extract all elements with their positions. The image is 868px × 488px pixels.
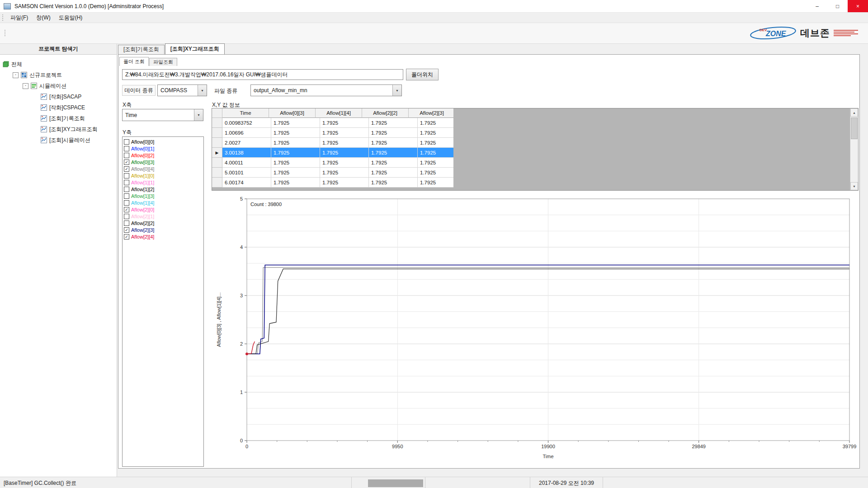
y-series-item[interactable]: ✓Aflow[2][0] (124, 206, 203, 213)
y-series-item[interactable]: Aflow[1][4] (124, 199, 203, 206)
tab-xy-graph-view[interactable]: [조회]XY그래프조회 (165, 43, 225, 54)
checkbox-unchecked[interactable] (124, 187, 129, 192)
table-row[interactable]: 0.009837521.79251.79251.79251.7925 (212, 118, 453, 128)
collapse-icon[interactable]: - (13, 72, 19, 78)
checkbox-unchecked[interactable] (124, 139, 129, 145)
y-series-item[interactable]: Aflow[1][2] (124, 186, 203, 192)
checkbox-unchecked[interactable] (124, 200, 129, 206)
row-selector[interactable] (212, 118, 222, 128)
checkbox-unchecked[interactable] (124, 221, 129, 226)
close-button[interactable]: × (848, 0, 868, 12)
table-cell: 6.00174 (222, 178, 271, 188)
row-selector[interactable] (212, 168, 222, 178)
tab-record-view[interactable]: [조회]기록조회 (118, 45, 165, 54)
y-series-item[interactable]: Aflow[0][1] (124, 145, 203, 152)
table-cell: 1.7925 (369, 178, 418, 188)
xy-grid-table: TimeAflow[0][3]Aflow[1][4]Aflow[2][2]Afl… (212, 108, 453, 190)
data-type-select[interactable]: COMPASS ▼ (157, 84, 207, 96)
svg-text:9950: 9950 (392, 444, 403, 449)
y-axis-label: Y축 (123, 129, 132, 136)
checkbox-checked[interactable]: ✓ (124, 207, 129, 212)
x-axis-select[interactable]: Time ▼ (122, 109, 203, 121)
file-type-select[interactable]: output_Aflow_min_mn ▼ (250, 84, 402, 96)
menu-file[interactable]: 파일(F) (6, 13, 32, 23)
checkbox-unchecked[interactable] (124, 214, 129, 219)
y-series-item[interactable]: ✓Aflow[2][4] (124, 233, 203, 240)
tree-item[interactable]: 전체 (0, 59, 117, 70)
row-selector[interactable] (212, 128, 222, 138)
table-row[interactable]: 4.000111.79251.79251.79251.7925 (212, 158, 453, 168)
table-cell: 1.7925 (320, 168, 369, 178)
minimize-button[interactable]: – (807, 0, 827, 12)
subtab-file-view[interactable]: 파일조회 (149, 58, 177, 66)
y-series-item[interactable]: Aflow[0][2] (124, 152, 203, 159)
checkbox-checked[interactable]: ✓ (124, 166, 129, 172)
checkbox-unchecked[interactable] (124, 153, 129, 158)
tree-item-label: 전체 (11, 61, 22, 68)
tree-item[interactable]: [조회]시뮬레이션 (0, 135, 117, 145)
grid-empty-area (453, 108, 850, 190)
x-axis-value: Time (123, 112, 194, 118)
y-series-item[interactable]: ✓Aflow[0][3] (124, 159, 203, 165)
y-series-item[interactable]: Aflow[1][0] (124, 172, 203, 179)
table-column-header[interactable]: Aflow[2][3] (409, 108, 455, 118)
selected-row-marker[interactable]: ▶ (212, 148, 222, 158)
checkbox-unchecked[interactable] (124, 180, 129, 185)
menu-window[interactable]: 창(W) (32, 13, 54, 23)
checkbox-checked[interactable]: ✓ (124, 160, 129, 165)
scroll-up-icon[interactable]: ▲ (850, 108, 858, 117)
tree-item[interactable]: [조회]기록조회 (0, 113, 117, 124)
folder-location-button[interactable]: 폴더위치 (406, 69, 439, 80)
y-series-item[interactable]: Aflow[0][0] (124, 138, 203, 145)
checkbox-checked[interactable]: ✓ (124, 234, 129, 239)
table-row[interactable]: ▶3.001381.79251.79251.79251.7925 (212, 148, 453, 158)
table-cell: 1.7925 (271, 168, 320, 178)
y-series-label: Aflow[2][2] (131, 221, 154, 226)
data-type-label: 데이터 종류 (122, 85, 156, 96)
chevron-down-icon[interactable]: ▼ (392, 85, 401, 96)
scrollbar-thumb[interactable] (851, 117, 858, 139)
row-selector[interactable] (212, 178, 222, 188)
cube-green-icon (3, 61, 9, 67)
tree-item-label: [조회]시뮬레이션 (49, 136, 90, 144)
table-row[interactable]: 2.00271.79251.79251.79251.7925 (212, 138, 453, 148)
scrollbar-track[interactable] (850, 117, 858, 182)
grid-scrollbar[interactable]: ▲ ▼ (850, 108, 858, 190)
row-selector[interactable] (212, 158, 222, 168)
checkbox-unchecked[interactable] (124, 146, 129, 151)
maximize-button[interactable]: □ (827, 0, 848, 12)
menu-help[interactable]: 도움말(H) (55, 13, 87, 23)
table-column-header[interactable]: Aflow[1][4] (316, 108, 362, 118)
table-column-header[interactable]: Aflow[2][2] (362, 108, 409, 118)
chevron-down-icon[interactable]: ▼ (194, 109, 203, 121)
table-column-header[interactable]: Time (222, 108, 269, 118)
subtab-folder-view[interactable]: 폴더 조회 (119, 57, 149, 66)
table-row[interactable]: 6.001741.79251.79251.79251.7925 (212, 178, 453, 188)
checkbox-checked[interactable]: ✓ (124, 227, 129, 233)
folder-path-input[interactable] (122, 69, 403, 80)
xy-chart: 09950199002984939799012345Count : 39800T… (212, 192, 859, 468)
y-series-item[interactable]: ✓Aflow[0][4] (124, 165, 203, 172)
y-series-item[interactable]: Aflow[1][1] (124, 179, 203, 186)
table-cell: 1.7925 (369, 168, 418, 178)
tree-item[interactable]: -신규프로젝트 (0, 70, 117, 80)
tree-item[interactable]: [작화]CSPACE (0, 102, 117, 113)
y-series-item[interactable]: ✓Aflow[2][3] (124, 226, 203, 233)
y-series-item[interactable]: Aflow[2][2] (124, 220, 203, 226)
scroll-down-icon[interactable]: ▼ (850, 182, 858, 190)
table-row[interactable]: 1.006961.79251.79251.79251.7925 (212, 128, 453, 138)
status-rest-panel (603, 477, 868, 488)
row-selector[interactable] (212, 138, 222, 148)
table-column-header[interactable]: Aflow[0][3] (269, 108, 316, 118)
table-row[interactable]: 5.001011.79251.79251.79251.7925 (212, 168, 453, 178)
status-message: [BaseTimer] GC.Collect() 완료 (4, 479, 76, 487)
chevron-down-icon[interactable]: ▼ (198, 85, 207, 96)
tree-item[interactable]: [조회]XY그래프조회 (0, 124, 117, 135)
y-series-item[interactable]: Aflow[2][1] (124, 213, 203, 220)
collapse-icon[interactable]: - (23, 83, 28, 89)
tree-item[interactable]: [작화]SACAP (0, 91, 117, 102)
checkbox-unchecked[interactable] (124, 193, 129, 199)
y-series-item[interactable]: Aflow[1][3] (124, 192, 203, 199)
tree-item[interactable]: -시뮬레이션 (0, 80, 117, 91)
checkbox-unchecked[interactable] (124, 173, 129, 178)
